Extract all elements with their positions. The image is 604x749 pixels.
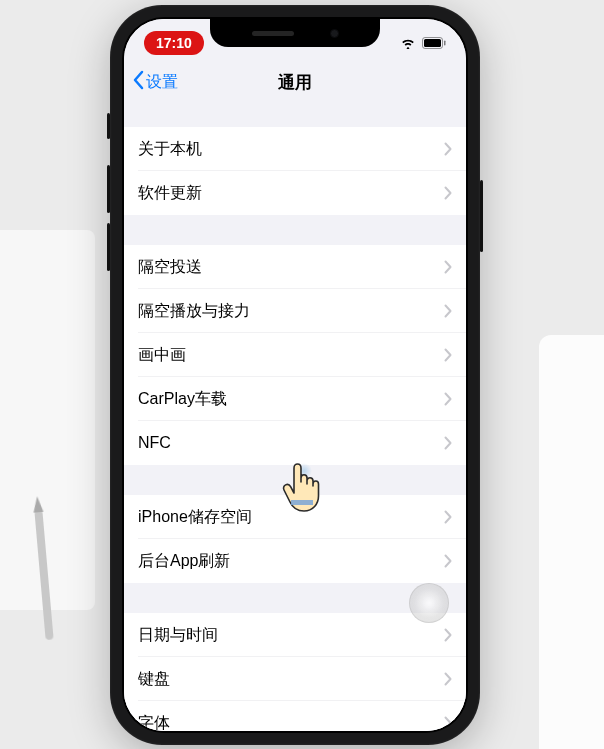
row-about[interactable]: 关于本机 [124,127,466,171]
navigation-bar: 设置 通用 [124,61,466,103]
svg-rect-2 [444,41,446,46]
status-time-pill: 17:10 [144,31,204,55]
wifi-icon [400,37,416,49]
mute-switch [107,113,110,139]
settings-group: 关于本机 软件更新 [124,127,466,215]
row-datetime[interactable]: 日期与时间 [124,613,466,657]
svg-rect-1 [424,39,441,47]
battery-icon [422,37,446,49]
chevron-right-icon [444,348,452,362]
row-software-update[interactable]: 软件更新 [124,171,466,215]
row-label: 键盘 [138,669,170,690]
settings-content[interactable]: 关于本机 软件更新 隔空投送 隔空播放与接力 [124,103,466,731]
row-keyboard[interactable]: 键盘 [124,657,466,701]
row-label: iPhone储存空间 [138,507,252,528]
phone-screen: 17:10 设置 通用 [124,19,466,731]
tap-indicator [296,463,312,479]
row-label: 画中画 [138,345,186,366]
volume-down-button [107,223,110,271]
chevron-right-icon [444,628,452,642]
back-label: 设置 [146,72,178,93]
paper-right [539,335,604,749]
row-label: 隔空投送 [138,257,202,278]
front-camera [330,29,339,38]
chevron-right-icon [444,186,452,200]
row-label: 软件更新 [138,183,202,204]
row-bg-refresh[interactable]: 后台App刷新 [124,539,466,583]
settings-group: 隔空投送 隔空播放与接力 画中画 CarPlay车载 [124,245,466,465]
chevron-right-icon [444,260,452,274]
row-nfc[interactable]: NFC [124,421,466,465]
group-gap [124,103,466,127]
chevron-right-icon [444,436,452,450]
row-font[interactable]: 字体 [124,701,466,731]
paper-left [0,230,95,610]
group-gap [124,215,466,245]
row-label: 隔空播放与接力 [138,301,250,322]
row-label: CarPlay车载 [138,389,227,410]
chevron-right-icon [444,392,452,406]
back-button[interactable]: 设置 [132,70,178,94]
row-label: 关于本机 [138,139,202,160]
row-storage[interactable]: iPhone储存空间 [124,495,466,539]
chevron-right-icon [444,554,452,568]
speaker [252,31,294,36]
iphone-frame: 17:10 设置 通用 [110,5,480,745]
page-title: 通用 [134,71,456,94]
row-label: 日期与时间 [138,625,218,646]
row-label: 后台App刷新 [138,551,230,572]
settings-group: 日期与时间 键盘 字体 语言与地区 [124,613,466,731]
chevron-right-icon [444,142,452,156]
chevron-right-icon [444,510,452,524]
row-airplay[interactable]: 隔空播放与接力 [124,289,466,333]
row-airdrop[interactable]: 隔空投送 [124,245,466,289]
settings-group: iPhone储存空间 后台App刷新 [124,495,466,583]
assistive-touch-button[interactable] [409,583,449,623]
chevron-left-icon [132,70,144,94]
chevron-right-icon [444,716,452,730]
row-pip[interactable]: 画中画 [124,333,466,377]
chevron-right-icon [444,672,452,686]
power-button [480,180,483,252]
notch [210,19,380,47]
volume-up-button [107,165,110,213]
chevron-right-icon [444,304,452,318]
row-label: NFC [138,434,171,452]
row-carplay[interactable]: CarPlay车载 [124,377,466,421]
group-gap [124,465,466,495]
row-label: 字体 [138,713,170,732]
